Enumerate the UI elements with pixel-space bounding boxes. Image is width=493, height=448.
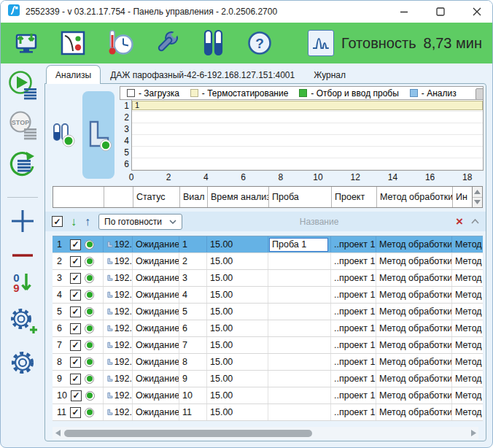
table-row[interactable]: 10✓192.Ожидание1015.00..проект 1Метод об… <box>53 387 483 404</box>
clear-filter-button[interactable]: × <box>456 216 463 228</box>
table-row[interactable]: 7✓192.Ожидание715.00..проект 1Метод обра… <box>53 337 483 354</box>
column-header[interactable]: Метод обработки <box>377 187 453 207</box>
vial-cell: 3 <box>179 270 207 286</box>
extra-method-cell: Метод <box>452 270 483 286</box>
vial-cell: 7 <box>179 337 207 353</box>
sample-cell <box>268 387 331 403</box>
vial-cell: 4 <box>179 287 207 303</box>
collapse-filter-button[interactable] <box>471 219 479 224</box>
table-row[interactable]: 4✓192.Ожидание415.00..проект 1Метод обра… <box>53 287 483 304</box>
name-filter-input[interactable]: Название <box>190 217 448 227</box>
scroll-up-button[interactable] <box>473 187 482 198</box>
row-number: 7 <box>57 340 66 350</box>
scrollbar-thumb[interactable] <box>64 430 312 437</box>
x-axis-tick: 4 <box>203 172 209 182</box>
tab-journal[interactable]: Журнал <box>304 65 355 84</box>
row-checkbox[interactable]: ✓ <box>70 357 81 368</box>
table-row[interactable]: 1✓192.Ожидание115.00Проба 1..проект 1Мет… <box>53 236 483 253</box>
thermostat-timer-button[interactable] <box>104 28 135 58</box>
column-header[interactable] <box>53 187 104 207</box>
x-axis-tick: 10 <box>313 172 322 182</box>
row-select-cell: 2✓ <box>53 253 104 269</box>
schedule-section: - Загрузка- Термостатирование- Отбор и в… <box>45 84 486 183</box>
restart-queue-button[interactable] <box>7 150 39 182</box>
device-selectors <box>45 86 120 183</box>
row-checkbox[interactable]: ✓ <box>70 256 81 267</box>
gantt-bar[interactable]: 1 <box>132 101 483 110</box>
readiness-status: Готовность 8,73 мин <box>308 30 482 56</box>
remove-analysis-button[interactable] <box>12 252 34 259</box>
status-cell: Ожидание <box>133 287 179 303</box>
table-row[interactable]: 5✓192.Ожидание515.00..проект 1Метод обра… <box>53 304 483 320</box>
column-header[interactable]: Статус <box>133 187 180 207</box>
vials-status-icon <box>50 122 77 148</box>
scroll-down-button[interactable] <box>473 198 482 208</box>
table-row[interactable]: 3✓192.Ожидание315.00..проект 1Метод обра… <box>53 270 483 287</box>
row-select-cell: 4✓ <box>53 287 104 303</box>
device-cell: 192. <box>104 354 133 370</box>
add-with-settings-button[interactable] <box>7 306 38 336</box>
table-row[interactable]: 8✓192.Ожидание815.00..проект 1Метод обра… <box>53 354 483 371</box>
row-checkbox[interactable]: ✓ <box>70 290 81 301</box>
select-all-checkbox[interactable]: ✓ <box>52 216 63 227</box>
row-checkbox[interactable]: ✓ <box>70 239 81 250</box>
table-row[interactable]: 6✓192.Ожидание615.00..проект 1Метод обра… <box>53 320 483 337</box>
analysis-settings-button[interactable] <box>58 28 88 58</box>
column-header[interactable] <box>104 187 133 207</box>
scroll-right-button[interactable] <box>468 427 478 439</box>
column-header[interactable]: Проба <box>269 187 332 207</box>
move-up-button[interactable]: ↑ <box>85 216 90 228</box>
legend-label: - Отбор и ввод пробы <box>311 88 398 99</box>
sample-name-input[interactable]: Проба 1 <box>269 238 328 252</box>
autosampler-button[interactable] <box>82 91 114 179</box>
row-checkbox[interactable]: ✓ <box>70 407 81 418</box>
autosampler-row-icon <box>106 390 113 401</box>
project-cell: ..проект 1 <box>331 287 376 303</box>
close-button[interactable] <box>462 1 492 23</box>
table-row[interactable]: 11✓192.Ожидание1115.00..проект 1Метод об… <box>53 404 483 421</box>
vials-button[interactable] <box>198 28 228 58</box>
test-tubes-icon <box>200 28 226 58</box>
tab-analyses[interactable]: Анализы <box>46 65 101 84</box>
status-cell: Ожидание <box>133 270 179 286</box>
status-cell: Ожидание <box>133 236 179 252</box>
column-header[interactable]: Время анализа <box>208 187 269 207</box>
table-row[interactable]: 9✓192.Ожидание915.00..проект 1Метод обра… <box>53 371 483 387</box>
row-checkbox[interactable]: ✓ <box>70 374 81 385</box>
help-button[interactable]: ? <box>244 28 275 58</box>
vial-cell: 10 <box>179 387 207 403</box>
processing-method-cell: Метод обработки <box>376 354 452 370</box>
vials-status-button[interactable] <box>50 122 77 148</box>
analyses-panel: - Загрузка- Термостатирование- Отбор и в… <box>44 83 486 441</box>
scroll-left-button[interactable] <box>53 427 63 439</box>
horizontal-scrollbar[interactable] <box>53 427 478 439</box>
minimize-button[interactable] <box>389 1 419 23</box>
sample-transfer-button[interactable] <box>11 28 42 58</box>
row-checkbox[interactable]: ✓ <box>70 273 81 284</box>
row-checkbox[interactable]: ✓ <box>71 390 82 401</box>
row-checkbox[interactable]: ✓ <box>70 306 81 317</box>
row-number: 10 <box>57 390 67 401</box>
column-header[interactable]: Виал <box>180 187 208 207</box>
stop-queue-button[interactable]: STOP <box>7 109 39 140</box>
settings-button[interactable] <box>8 348 37 377</box>
row-checkbox[interactable]: ✓ <box>70 323 81 334</box>
renumber-button[interactable]: 0 9 <box>13 272 31 294</box>
start-queue-button[interactable] <box>7 69 39 100</box>
maximize-button[interactable] <box>425 1 456 23</box>
sort-mode-select[interactable]: По готовности <box>98 214 182 230</box>
tab-device[interactable]: ДАЖ парофазный-42-6-192.168.127.151:4001 <box>101 65 304 84</box>
table-row[interactable]: 2✓192.Ожидание215.00..проект 1Метод обра… <box>53 253 483 270</box>
autosampler-row-icon <box>106 357 113 367</box>
column-header[interactable]: Проект <box>332 187 377 207</box>
analysis-time-cell: 15.00 <box>207 236 268 252</box>
project-cell: ..проект 1 <box>331 253 376 269</box>
row-checkbox[interactable]: ✓ <box>70 340 81 351</box>
move-down-button[interactable]: ↓ <box>71 216 77 228</box>
chart-plot-area: 1 <box>131 100 484 171</box>
service-tools-button[interactable] <box>151 28 182 58</box>
sample-cell <box>268 404 331 420</box>
add-analysis-button[interactable] <box>9 208 36 234</box>
minus-icon <box>12 252 34 259</box>
analysis-time-cell: 15.00 <box>207 304 268 320</box>
